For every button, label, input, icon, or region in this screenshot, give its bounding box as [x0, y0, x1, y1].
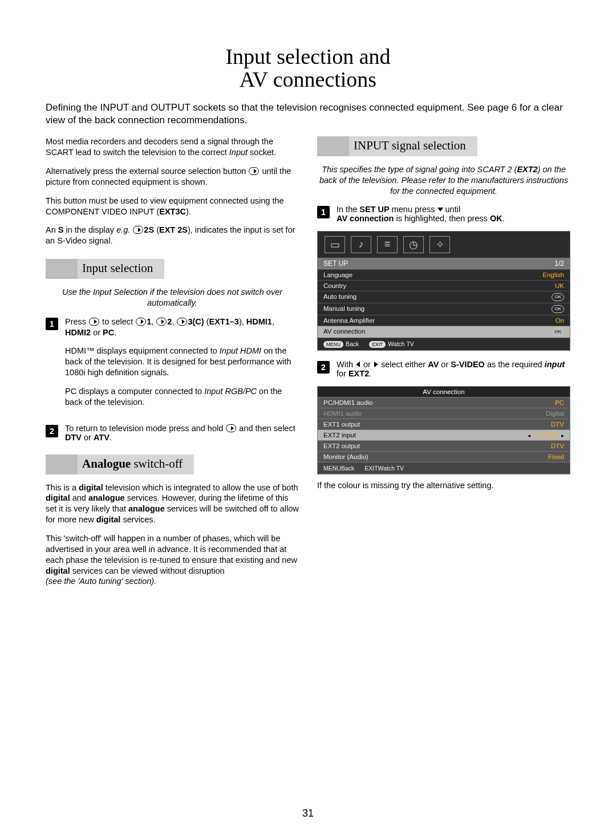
source-button-icon: [249, 167, 259, 175]
osd-av-connection-menu: AV connection PC/HDMI1 audioPCHDMI1 audi…: [317, 386, 570, 474]
source-button-icon: [136, 318, 146, 326]
section-header-bar: [46, 259, 78, 279]
step-2: 2 To return to television mode press and…: [46, 424, 299, 442]
step-2-body: To return to television mode press and h…: [65, 424, 299, 442]
section-header-label: Analogue switch-off: [78, 455, 194, 474]
tail-note: If the colour is missing try the alterna…: [317, 480, 570, 491]
right-step-1: 1 In the SET UP menu press until AV conn…: [317, 205, 570, 223]
osd2-row: EXT1 outputDTV: [318, 419, 570, 429]
step-badge-2: 2: [317, 361, 330, 374]
source-button-icon: [133, 226, 143, 234]
input-signal-note: This specifies the type of signal going …: [317, 164, 570, 197]
osd-title: SET UP: [323, 259, 348, 267]
right-column: INPUT signal selection This specifies th…: [317, 136, 570, 595]
manual-page: Input selection and AV connections Defin…: [0, 0, 616, 840]
page-number: 31: [0, 807, 616, 819]
osd2-row: PC/HDMI1 audioPC: [318, 397, 570, 408]
title-line-1: Input selection and: [225, 44, 390, 68]
step-badge-1: 1: [317, 206, 330, 218]
osd-title-bar: SET UP 1/2: [318, 258, 570, 269]
osd-setup-menu: ▭ ♪ ≡ ◷ ✧ SET UP 1/2 LanguageEnglishCoun…: [317, 231, 570, 351]
step-1: 1 Press to select 1, 2, 3(C) (EXT1–3), H…: [46, 316, 299, 416]
left-p3: This button must be used to view equipme…: [46, 196, 299, 217]
page-title: Input selection and AV connections: [46, 46, 570, 91]
left-p4: An S in the display e.g. 2S (EXT 2S), in…: [46, 225, 299, 246]
step-1-body: Press to select 1, 2, 3(C) (EXT1–3), HDM…: [65, 316, 299, 416]
right-step-2: 2 With or select either AV or S-VIDEO as…: [317, 360, 570, 378]
osd-row: Antenna AmplifierOn: [318, 315, 570, 326]
source-button-icon: [89, 318, 99, 326]
osd-row: LanguageEnglish: [318, 269, 570, 280]
title-line-2: AV connections: [240, 67, 376, 91]
section-header-label: INPUT signal selection: [349, 136, 477, 156]
osd-footer: MENUBack EXITWatch TV: [318, 338, 570, 350]
osd-page-indicator: 1/2: [554, 259, 564, 267]
timer-tab-icon: ◷: [403, 236, 424, 253]
osd2-row: HDMI1 audioDigital: [318, 408, 570, 419]
menu-pill: MENU: [323, 341, 343, 348]
source-button-icon: [226, 424, 236, 432]
left-p1: Most media recorders and decoders send a…: [46, 136, 299, 158]
osd-icon-row: ▭ ♪ ≡ ◷ ✧: [318, 232, 570, 258]
left-column: Most media recorders and decoders send a…: [46, 136, 299, 595]
analogue-p1: This is a digital television which is in…: [46, 482, 299, 525]
osd-row: AV connectionOK: [318, 326, 570, 338]
down-arrow-icon: [437, 206, 443, 212]
left-arrow-icon: [355, 362, 361, 367]
right-arrow-icon: [373, 362, 379, 367]
osd2-title: AV connection: [318, 387, 570, 397]
source-button-icon: [177, 318, 187, 326]
section-header-label: Input selection: [78, 259, 164, 279]
osd2-footer: MENUBack EXITWatch TV: [318, 462, 570, 474]
osd2-row: EXT2 input◂ S-VIDEO ▸: [318, 429, 570, 440]
osd-row: CountryUK: [318, 280, 570, 291]
sound-tab-icon: ♪: [351, 236, 371, 253]
osd2-row: Monitor (Audio)Fixed: [318, 451, 570, 462]
section-header-input-selection: Input selection: [46, 259, 299, 279]
source-button-icon: [156, 318, 167, 326]
osd-row: Auto tuningOK: [318, 291, 570, 303]
step-badge-2: 2: [46, 425, 58, 437]
osd-row: Manual tuningOK: [318, 303, 570, 315]
intro-text: Defining the INPUT and OUTPUT sockets so…: [46, 102, 570, 127]
input-selection-note: Use the Input Selection if the televisio…: [46, 287, 299, 309]
picture-tab-icon: ▭: [325, 236, 345, 253]
section-header-analogue-switchoff: Analogue switch-off: [46, 455, 299, 474]
osd2-row: EXT2 outputDTV: [318, 440, 570, 451]
feature-tab-icon: ≡: [377, 236, 398, 253]
menu-pill: MENU: [323, 465, 341, 472]
left-p2: Alternatively press the external source …: [46, 166, 299, 188]
right-step-2-body: With or select either AV or S-VIDEO as t…: [337, 360, 570, 378]
section-header-input-signal: INPUT signal selection: [317, 136, 570, 156]
exit-pill: EXIT: [364, 465, 378, 472]
two-columns: Most media recorders and decoders send a…: [46, 136, 570, 595]
section-header-bar: [46, 455, 78, 474]
exit-pill: EXIT: [369, 341, 386, 348]
setup-tab-icon: ✧: [429, 236, 450, 253]
section-header-bar: [317, 136, 349, 156]
analogue-p2: This 'switch-off' will happen in a numbe…: [46, 533, 299, 587]
step-badge-1: 1: [46, 318, 58, 330]
right-step-1-body: In the SET UP menu press until AV connec…: [337, 205, 570, 223]
